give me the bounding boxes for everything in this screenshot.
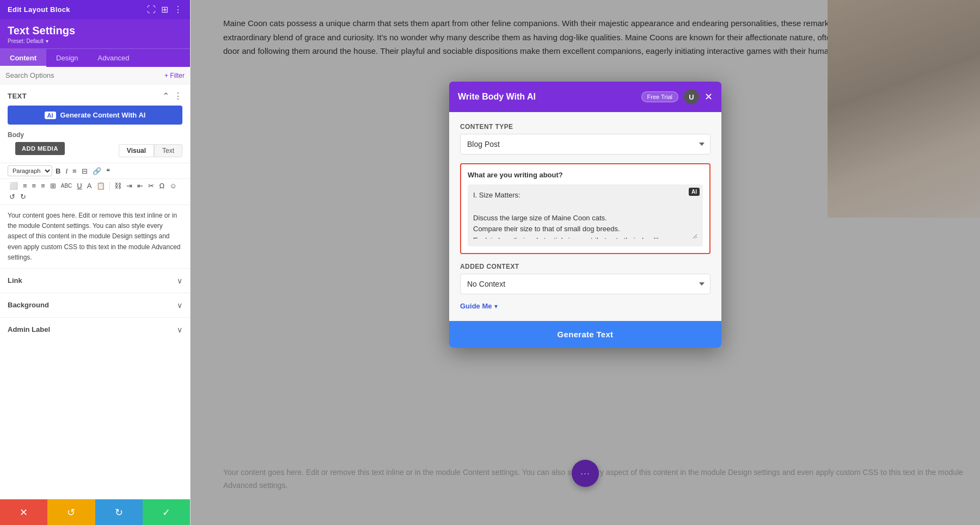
align-left-button[interactable]: ⬜ <box>8 181 20 190</box>
fullscreen-icon[interactable]: ⛶ <box>147 5 156 15</box>
bottom-bar: ✕ ↺ ↻ ✓ <box>0 499 190 525</box>
left-panel: Edit Layout Block ⛶ ⊞ ⋮ Text Settings Pr… <box>0 0 191 525</box>
abc-button[interactable]: ABC <box>59 182 74 190</box>
outdent-button[interactable]: ⇤ <box>136 181 145 190</box>
toolbar-row-1: Paragraph Heading 1 Heading 2 B I ≡ ⊟ 🔗 … <box>0 163 190 179</box>
redo-bottom-button[interactable]: ↻ <box>95 499 143 525</box>
align-justify-button[interactable]: ≡ <box>39 181 47 190</box>
right-area: Maine Coon cats possess a unique charm t… <box>191 0 980 525</box>
top-bar-title: Edit Layout Block <box>8 5 70 14</box>
section-toggle: ⌃ ⋮ <box>162 91 182 101</box>
ordered-list-button[interactable]: ⊟ <box>80 166 89 176</box>
ai-badge: AI <box>689 188 700 196</box>
text-tab[interactable]: Text <box>154 144 182 157</box>
preset-chevron: ▾ <box>46 38 48 44</box>
writing-about-box: What are you writing about? AI I. Size M… <box>460 163 710 254</box>
search-row: + Filter <box>0 67 190 84</box>
modal-header-right: Free Trial U ✕ <box>641 89 713 104</box>
paste-button[interactable]: 📋 <box>95 181 107 190</box>
section-more-icon[interactable]: ⋮ <box>174 91 182 101</box>
modal-title: Write Body With AI <box>458 92 536 102</box>
link-chevron-icon: ∨ <box>177 276 182 285</box>
more-icon[interactable]: ⋮ <box>174 4 182 15</box>
search-input[interactable] <box>5 71 160 79</box>
indent-button[interactable]: ⇥ <box>125 181 134 190</box>
guide-me-chevron-icon: ▾ <box>494 302 498 310</box>
special-char-button[interactable]: ✂ <box>146 181 156 190</box>
background-chevron-icon: ∨ <box>177 301 182 310</box>
ai-modal: Write Body With AI Free Trial U ✕ Conten… <box>449 82 721 348</box>
undo-button[interactable]: ↺ <box>8 192 17 201</box>
background-label: Background <box>8 301 49 309</box>
align-right-button[interactable]: ≡ <box>30 181 38 190</box>
top-bar-icons: ⛶ ⊞ ⋮ <box>147 4 182 15</box>
paragraph-select[interactable]: Paragraph Heading 1 Heading 2 <box>8 165 52 176</box>
generate-text-button[interactable]: Generate Text <box>449 321 721 348</box>
tab-content[interactable]: Content <box>0 49 46 67</box>
link-button[interactable]: 🔗 <box>91 166 103 176</box>
user-avatar: U <box>684 89 699 104</box>
redo-button[interactable]: ↻ <box>19 192 28 201</box>
generate-ai-button[interactable]: AI Generate Content With AI <box>8 106 182 125</box>
filter-button[interactable]: + Filter <box>164 72 185 79</box>
text-section-header[interactable]: Text ⌃ ⋮ <box>0 84 190 106</box>
modal-body: Content Type Blog Post Article Social Me… <box>449 112 721 321</box>
panel-body: Text ⌃ ⋮ AI Generate Content With AI Bod… <box>0 84 190 499</box>
free-trial-badge: Free Trial <box>641 91 678 102</box>
content-preview: Your content goes here. Edit or remove t… <box>0 205 190 268</box>
writing-textarea-wrapper: AI I. Size Matters: Discuss the large si… <box>468 184 703 246</box>
added-context-label: Added Context <box>460 263 710 270</box>
tab-advanced[interactable]: Advanced <box>88 49 139 67</box>
guide-me-text: Guide Me <box>460 302 492 310</box>
undo-bottom-button[interactable]: ↺ <box>47 499 95 525</box>
tab-design[interactable]: Design <box>46 49 88 67</box>
writing-textarea[interactable]: I. Size Matters: Discuss the large size … <box>473 190 697 239</box>
link-section: Link ∨ <box>0 268 190 293</box>
table-button[interactable]: ⊞ <box>48 181 58 190</box>
content-type-select[interactable]: Blog Post Article Social Media Post Emai… <box>460 134 710 155</box>
preset-dropdown[interactable]: Preset: Default ▾ <box>8 38 182 44</box>
settings-title: Text Settings <box>8 24 182 37</box>
guide-me-row[interactable]: Guide Me ▾ <box>460 302 710 310</box>
add-media-button[interactable]: ADD MEDIA <box>15 142 65 155</box>
ai-icon: AI <box>45 112 56 119</box>
omega-button[interactable]: Ω <box>157 181 166 190</box>
settings-header: Text Settings Preset: Default ▾ <box>0 19 190 48</box>
toolbar-row-2: ⬜ ≡ ≡ ≡ ⊞ ABC U A 📋 ⛓ ⇥ ⇤ ✂ Ω ☺ ↺ ↻ <box>0 179 190 205</box>
body-label: Body <box>0 131 190 142</box>
writing-about-label: What are you writing about? <box>468 171 703 179</box>
visual-tab[interactable]: Visual <box>119 144 154 157</box>
font-color-button[interactable]: A <box>85 181 94 190</box>
text-section-title: Text <box>8 92 27 100</box>
admin-label-chevron-icon: ∨ <box>177 325 182 334</box>
italic-button[interactable]: I <box>64 166 69 176</box>
quote-button[interactable]: ❝ <box>105 166 112 176</box>
link-section-header[interactable]: Link ∨ <box>0 269 190 293</box>
top-bar: Edit Layout Block ⛶ ⊞ ⋮ <box>0 0 190 19</box>
link-label: Link <box>8 276 22 285</box>
emoji-button[interactable]: ☺ <box>168 181 178 190</box>
background-section-header[interactable]: Background ∨ <box>0 293 190 317</box>
admin-label: Admin Label <box>8 325 50 333</box>
toolbar-separator <box>109 182 110 190</box>
cancel-button[interactable]: ✕ <box>0 499 47 525</box>
background-section: Background ∨ <box>0 293 190 317</box>
content-type-label: Content Type <box>460 123 710 131</box>
modal-overlay: Write Body With AI Free Trial U ✕ Conten… <box>191 0 980 525</box>
admin-label-section: Admin Label ∨ <box>0 317 190 342</box>
tabs-row: Content Design Advanced <box>0 48 190 67</box>
admin-label-section-header[interactable]: Admin Label ∨ <box>0 318 190 342</box>
added-context-select[interactable]: No Context Page Content Custom <box>460 274 710 294</box>
bold-button[interactable]: B <box>54 166 62 176</box>
save-button[interactable]: ✓ <box>143 499 190 525</box>
align-center-button[interactable]: ≡ <box>21 181 29 190</box>
modal-header: Write Body With AI Free Trial U ✕ <box>449 82 721 112</box>
underline-button[interactable]: U <box>75 181 83 190</box>
modal-close-button[interactable]: ✕ <box>705 92 713 102</box>
chevron-up-icon[interactable]: ⌃ <box>162 91 169 101</box>
unordered-list-button[interactable]: ≡ <box>71 166 78 176</box>
chain-link-button[interactable]: ⛓ <box>113 181 123 190</box>
grid-icon[interactable]: ⊞ <box>161 4 168 15</box>
